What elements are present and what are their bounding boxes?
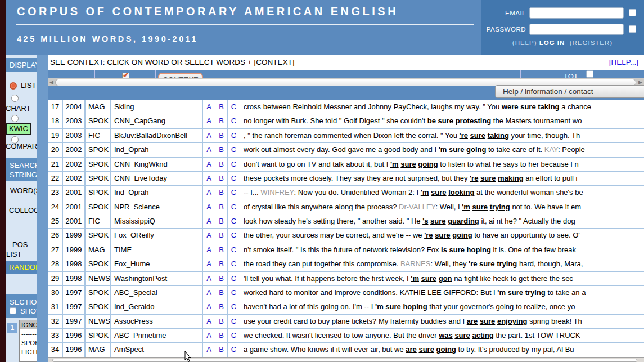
expand-link-b[interactable]: B (215, 158, 228, 171)
keyword[interactable]: 're (460, 131, 468, 140)
password-remember-checkbox[interactable] (629, 25, 636, 33)
expand-link-a[interactable]: A (203, 229, 215, 242)
expand-link-c[interactable]: C (228, 158, 240, 171)
expand-link-c[interactable]: C (228, 186, 240, 199)
password-field[interactable] (529, 24, 624, 35)
concordance-text-cell[interactable]: the other, your sources may be correct, … (240, 229, 644, 242)
expand-link-c[interactable]: C (228, 272, 240, 285)
expand-link-c[interactable]: C (228, 315, 240, 328)
expand-link-b[interactable]: B (215, 315, 228, 328)
keyword[interactable]: 'm (439, 145, 447, 154)
concordance-text-cell[interactable]: the road they can put together this comp… (240, 257, 644, 271)
concordance-text-cell[interactable]: no longer with Burk. She told " Golf Dig… (240, 114, 644, 128)
scroll-left-icon[interactable]: ◀ (48, 79, 55, 86)
expand-link-c[interactable]: C (228, 100, 240, 114)
keyword[interactable]: gon (439, 274, 452, 283)
keyword[interactable]: 'm (421, 188, 429, 196)
expand-link-a[interactable]: A (203, 172, 215, 185)
expand-link-b[interactable]: B (215, 100, 228, 114)
expand-link-b[interactable]: B (215, 343, 228, 356)
display-option-kwic[interactable]: KWIC (6, 123, 31, 135)
keyword[interactable]: protesting (456, 117, 492, 125)
keyword[interactable]: be (427, 117, 436, 125)
keyword[interactable]: sure (430, 217, 445, 225)
table-scrollbar-thumb[interactable] (52, 359, 637, 362)
show-sections-checkbox[interactable] (10, 307, 16, 314)
keyword[interactable]: are (406, 345, 417, 354)
concordance-text-cell[interactable]: 'll tell you what. If it happens before … (240, 272, 644, 285)
concordance-text-cell[interactable]: cross between Reinhold Messner and Johnn… (240, 100, 644, 114)
expand-link-c[interactable]: C (228, 200, 240, 214)
keyword[interactable]: sure (435, 231, 450, 239)
expand-link-c[interactable]: C (228, 229, 240, 242)
expand-link-a[interactable]: A (203, 158, 215, 171)
help-information-contact-button[interactable]: Help / information / contact (495, 85, 644, 98)
concordance-text-cell[interactable]: a game show. Who knows if it will ever a… (240, 343, 644, 356)
keyword[interactable]: 're (424, 231, 433, 239)
keyword[interactable]: were (502, 102, 519, 111)
keyword[interactable]: was (439, 331, 453, 339)
expand-link-c[interactable]: C (228, 114, 240, 128)
expand-link-a[interactable]: A (203, 243, 215, 257)
keyword[interactable]: 'm (411, 274, 419, 283)
expand-link-a[interactable]: A (203, 200, 215, 214)
expand-link-c[interactable]: C (228, 343, 240, 356)
keyword[interactable]: guarding (448, 217, 479, 225)
sidebar-item-pos-list[interactable]: LIST (6, 250, 21, 258)
keyword[interactable]: sure (480, 174, 496, 182)
keyword[interactable]: taking (488, 131, 509, 140)
expand-link-a[interactable]: A (203, 343, 215, 356)
keyword[interactable]: trying (490, 203, 510, 211)
keyword[interactable]: sure (470, 131, 485, 140)
expand-link-c[interactable]: C (228, 243, 240, 257)
keyword[interactable]: acting (472, 331, 493, 339)
keyword[interactable]: enjoying (497, 317, 527, 325)
keyword[interactable]: taking (538, 102, 559, 111)
keyword[interactable]: sure (449, 145, 464, 154)
tot-checkbox[interactable] (586, 70, 593, 78)
keyword[interactable]: sure (508, 288, 523, 297)
concordance-text-cell[interactable]: n't smoke itself. " Is this the future o… (240, 243, 644, 257)
concordance-text-cell[interactable]: of crystal like this anywhere along the … (240, 200, 644, 214)
expand-link-c[interactable]: C (228, 143, 240, 157)
concordance-text-cell[interactable]: look how steady he's setting there, " an… (240, 214, 644, 228)
keyword[interactable]: trying (497, 260, 517, 268)
concordance-text-cell[interactable]: we checked. It wasn't licensed to tow an… (240, 329, 644, 342)
expand-link-b[interactable]: B (215, 143, 228, 157)
keyword[interactable]: sure (421, 274, 436, 283)
email-field[interactable] (529, 7, 624, 19)
keyword[interactable]: 's (422, 217, 428, 225)
expand-link-a[interactable]: A (203, 272, 215, 285)
expand-link-b[interactable]: B (215, 214, 228, 228)
concordance-text-cell[interactable]: don't want to go on TV and talk about it… (240, 158, 644, 171)
concordance-text-cell[interactable]: these pockets more closely. They say the… (240, 172, 644, 185)
expand-link-b[interactable]: B (215, 129, 228, 142)
expand-link-a[interactable]: A (203, 186, 215, 199)
display-option-list[interactable]: LIST (21, 81, 37, 90)
section-option[interactable]: ---------- (20, 329, 37, 338)
expand-link-a[interactable]: A (203, 257, 215, 271)
expand-link-a[interactable]: A (203, 329, 215, 342)
email-remember-checkbox[interactable] (629, 9, 636, 16)
keyword[interactable]: 'm (390, 160, 399, 168)
keyword[interactable]: sure (480, 317, 495, 325)
concordance-text-cell[interactable]: -- I... WINFREY: Now you do. Unidentifie… (240, 186, 644, 199)
expand-link-b[interactable]: B (215, 229, 228, 242)
keyword[interactable]: hoping (467, 245, 491, 254)
keyword[interactable]: 'm (462, 203, 470, 211)
keyword[interactable]: trying (525, 288, 546, 297)
expand-link-b[interactable]: B (215, 286, 228, 300)
keyword[interactable]: sure (418, 345, 434, 354)
keyword[interactable]: 're (469, 260, 477, 268)
expand-link-a[interactable]: A (203, 100, 215, 114)
keyword[interactable]: sure (449, 245, 465, 254)
concordance-text-cell[interactable]: use your credit card to buy plane ticket… (240, 315, 644, 328)
keyword[interactable]: 'm (375, 302, 384, 311)
keyword[interactable]: going (418, 160, 438, 168)
sections-listbox[interactable]: IGNORE----------SPOKENFICTION (19, 320, 37, 362)
keyword[interactable]: sure (400, 160, 416, 168)
keyword[interactable]: is (441, 245, 447, 254)
sidebar-item-random[interactable]: RANDOM (6, 261, 37, 274)
expand-link-c[interactable]: C (228, 286, 240, 300)
table-horizontal-scrollbar[interactable] (48, 357, 644, 362)
